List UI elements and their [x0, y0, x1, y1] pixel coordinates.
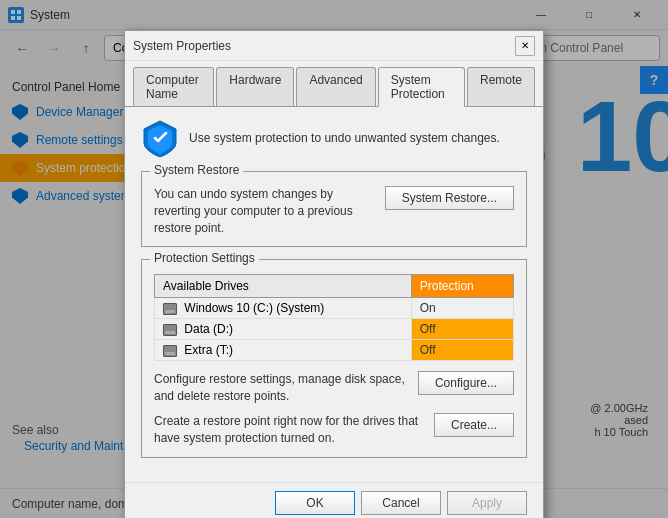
- protection-settings-label: Protection Settings: [150, 251, 259, 265]
- table-cell-status-2: Off: [411, 340, 513, 361]
- dialog-titlebar: System Properties ✕: [125, 31, 543, 61]
- configure-row: Configure restore settings, manage disk …: [154, 371, 514, 405]
- table-header-protection: Protection: [411, 275, 513, 298]
- drive-icon-1: [163, 324, 177, 336]
- system-restore-label: System Restore: [150, 163, 243, 177]
- table-cell-drive-1: Data (D:): [155, 319, 412, 340]
- drive-icon-0: [163, 303, 177, 315]
- dialog-footer: OK Cancel Apply: [125, 482, 543, 518]
- protection-settings-group: Protection Settings Available Drives Pro…: [141, 259, 527, 457]
- dialog-description: Use system protection to undo unwanted s…: [141, 119, 527, 157]
- system-restore-button[interactable]: System Restore...: [385, 186, 514, 210]
- table-cell-drive-2: Extra (T:): [155, 340, 412, 361]
- cancel-button[interactable]: Cancel: [361, 491, 441, 515]
- system-restore-row: You can undo system changes by reverting…: [154, 186, 514, 236]
- tab-advanced[interactable]: Advanced: [296, 67, 375, 106]
- table-cell-drive-0: Windows 10 (C:) (System): [155, 298, 412, 319]
- system-restore-text: You can undo system changes by reverting…: [154, 186, 375, 236]
- modal-overlay: System Properties ✕ Computer Name Hardwa…: [0, 0, 668, 518]
- tab-computer-name[interactable]: Computer Name: [133, 67, 214, 106]
- ok-button[interactable]: OK: [275, 491, 355, 515]
- dialog-close-button[interactable]: ✕: [515, 36, 535, 56]
- table-cell-status-0: On: [411, 298, 513, 319]
- create-text: Create a restore point right now for the…: [154, 413, 424, 447]
- table-row: Extra (T:) Off: [155, 340, 514, 361]
- system-restore-group: System Restore You can undo system chang…: [141, 171, 527, 247]
- tabs-bar: Computer Name Hardware Advanced System P…: [125, 61, 543, 107]
- dialog-title: System Properties: [133, 39, 515, 53]
- create-row: Create a restore point right now for the…: [154, 413, 514, 447]
- tab-remote[interactable]: Remote: [467, 67, 535, 106]
- tab-hardware[interactable]: Hardware: [216, 67, 294, 106]
- apply-button[interactable]: Apply: [447, 491, 527, 515]
- protection-table: Available Drives Protection Windows 10 (…: [154, 274, 514, 361]
- configure-button[interactable]: Configure...: [418, 371, 514, 395]
- configure-text: Configure restore settings, manage disk …: [154, 371, 408, 405]
- protection-settings-content: Available Drives Protection Windows 10 (…: [142, 260, 526, 456]
- dialog-description-text: Use system protection to undo unwanted s…: [189, 131, 500, 145]
- table-row: Data (D:) Off: [155, 319, 514, 340]
- create-button[interactable]: Create...: [434, 413, 514, 437]
- system-restore-content: You can undo system changes by reverting…: [142, 172, 526, 246]
- tab-system-protection[interactable]: System Protection: [378, 67, 465, 107]
- table-header-drives: Available Drives: [155, 275, 412, 298]
- shield-large-icon: [141, 119, 179, 157]
- dialog-body: Use system protection to undo unwanted s…: [125, 107, 543, 482]
- drive-icon-2: [163, 345, 177, 357]
- table-row: Windows 10 (C:) (System) On: [155, 298, 514, 319]
- table-cell-status-1: Off: [411, 319, 513, 340]
- system-properties-dialog: System Properties ✕ Computer Name Hardwa…: [124, 30, 544, 518]
